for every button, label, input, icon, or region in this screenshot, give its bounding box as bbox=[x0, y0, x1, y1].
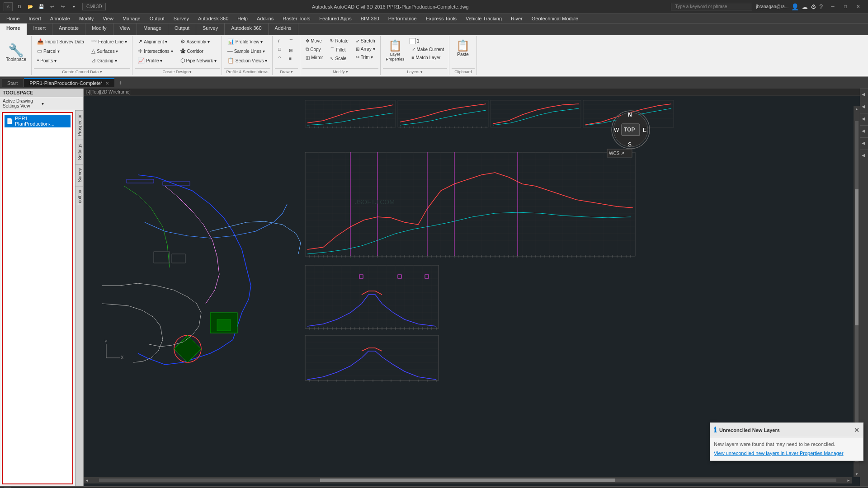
tab-output[interactable]: Output bbox=[168, 23, 196, 35]
menu-view[interactable]: View bbox=[98, 15, 118, 22]
help-icon[interactable]: ? bbox=[819, 3, 823, 10]
make-current-btn[interactable]: ✓Make Current bbox=[409, 46, 448, 53]
scroll-up-arrow[interactable]: ▲ bbox=[854, 106, 860, 112]
maximize-btn[interactable]: □ bbox=[839, 2, 852, 12]
scale-mod-btn[interactable]: ⤡Scale bbox=[327, 55, 351, 62]
tab-start[interactable]: Start bbox=[2, 79, 23, 87]
trim-btn[interactable]: ✂Trim ▾ bbox=[353, 53, 378, 61]
parcel-btn[interactable]: ▭ Parcel ▾ bbox=[34, 47, 87, 56]
pipe-network-btn[interactable]: ⬡ Pipe Network ▾ bbox=[177, 56, 220, 65]
tab-modify[interactable]: Modify bbox=[85, 23, 113, 35]
points-btn[interactable]: • Points ▾ bbox=[34, 56, 87, 65]
menu-geo[interactable]: Geotechnical Module bbox=[527, 15, 583, 22]
notif-link[interactable]: View unreconciled new layers in Layer Pr… bbox=[714, 450, 859, 457]
toolspace-btn[interactable]: 🔧 Toolspace bbox=[3, 37, 29, 69]
side-tab-survey[interactable]: Survey bbox=[75, 164, 83, 186]
tab-insert[interactable]: Insert bbox=[27, 23, 53, 35]
notif-close-btn[interactable]: ✕ bbox=[854, 427, 859, 434]
tab-close-icon[interactable]: ✕ bbox=[105, 81, 109, 86]
sample-lines-btn[interactable]: — Sample Lines ▾ bbox=[224, 47, 270, 56]
profile-btn[interactable]: 📈 Profile ▾ bbox=[135, 56, 176, 65]
menu-manage[interactable]: Manage bbox=[118, 15, 145, 22]
menu-bim360[interactable]: BIM 360 bbox=[356, 15, 384, 22]
copy-btn[interactable]: ⧉Copy bbox=[302, 45, 326, 53]
tab-manage[interactable]: Manage bbox=[137, 23, 168, 35]
toolspace-dropdown[interactable]: Active Drawing Settings View ▾ bbox=[0, 97, 83, 110]
menu-addins[interactable]: Add-ins bbox=[252, 15, 278, 22]
scroll-left-arrow[interactable]: ◄ bbox=[84, 477, 90, 483]
section-views-btn[interactable]: 📋 Section Views ▾ bbox=[224, 56, 270, 65]
tab-home[interactable]: Home bbox=[0, 23, 27, 35]
vpanel-tab-6[interactable]: ▶ bbox=[860, 150, 868, 162]
menu-survey[interactable]: Survey bbox=[169, 15, 193, 22]
save-btn[interactable]: 💾 bbox=[36, 2, 46, 12]
line-btn[interactable]: / bbox=[275, 37, 284, 45]
menu-vehicle[interactable]: Vehicle Tracking bbox=[461, 15, 506, 22]
assembly-btn[interactable]: ⚙ Assembly ▾ bbox=[177, 37, 220, 46]
new-tab-btn[interactable]: + bbox=[115, 78, 125, 88]
mirror-btn[interactable]: ◫Mirror bbox=[302, 54, 326, 61]
menu-raster[interactable]: Raster Tools bbox=[278, 15, 315, 22]
move-btn[interactable]: ✥Move bbox=[302, 37, 326, 45]
redo-btn[interactable]: ↪ bbox=[58, 2, 68, 12]
tab-annotate[interactable]: Annotate bbox=[52, 23, 85, 35]
intersections-btn[interactable]: ✛ Intersections ▾ bbox=[135, 47, 176, 56]
tab-a360[interactable]: Autodesk 360 bbox=[225, 23, 268, 35]
grading-btn[interactable]: ⊿ Grading ▾ bbox=[88, 56, 130, 65]
vpanel-tab-3[interactable]: ▶ bbox=[860, 113, 868, 125]
vpanel-tab-5[interactable]: ▶ bbox=[860, 137, 868, 150]
feature-line-btn[interactable]: 〰 Feature Line ▾ bbox=[88, 37, 130, 46]
layer-properties-btn[interactable]: 📋 LayerProperties bbox=[383, 37, 408, 64]
scroll-right-arrow[interactable]: ► bbox=[845, 477, 852, 483]
settings-icon[interactable]: ⚙ bbox=[811, 3, 816, 10]
circle-btn[interactable]: ○ bbox=[275, 53, 284, 61]
new-btn[interactable]: 🗋 bbox=[14, 2, 24, 12]
vscroll-thumb[interactable] bbox=[855, 189, 859, 326]
import-survey-btn[interactable]: 📥 Import Survey Data bbox=[34, 37, 87, 46]
rotate-btn[interactable]: ↻Rotate bbox=[327, 37, 351, 45]
profile-view-btn[interactable]: 📊 Profile View ▾ bbox=[224, 37, 270, 46]
tree-item-active-doc[interactable]: 📄 PPR1-PlanProduction-... bbox=[5, 115, 71, 127]
search-box[interactable]: Type a keyword or phrase bbox=[671, 3, 752, 10]
tab-survey[interactable]: Survey bbox=[196, 23, 225, 35]
minimize-btn[interactable]: ─ bbox=[826, 2, 839, 12]
side-tab-toolbox[interactable]: Toolbox bbox=[75, 186, 83, 209]
open-btn[interactable]: 📂 bbox=[25, 2, 35, 12]
tab-view[interactable]: View bbox=[113, 23, 137, 35]
horizontal-scrollbar[interactable]: ◄ ► bbox=[84, 477, 852, 483]
hscroll-thumb[interactable] bbox=[320, 479, 615, 482]
vpanel-tab-2[interactable]: ▶ bbox=[860, 101, 868, 113]
menu-home[interactable]: Home bbox=[2, 15, 24, 22]
arc-btn[interactable]: ⌒ bbox=[286, 37, 297, 46]
hatch-btn[interactable]: ⊟ bbox=[286, 47, 297, 54]
tab-addins[interactable]: Add-ins bbox=[269, 23, 298, 35]
corridor-btn[interactable]: 🛣 Corridor bbox=[177, 47, 220, 56]
array-btn[interactable]: ⊞Array ▾ bbox=[353, 45, 378, 53]
surfaces-btn[interactable]: △ Surfaces ▾ bbox=[88, 47, 130, 56]
vscroll-track[interactable] bbox=[855, 121, 859, 462]
menu-annotate[interactable]: Annotate bbox=[46, 15, 75, 22]
side-tab-settings[interactable]: Settings bbox=[75, 140, 83, 164]
qa-dropdown[interactable]: ▾ bbox=[69, 2, 79, 12]
undo-btn[interactable]: ↩ bbox=[47, 2, 57, 12]
alignment-btn[interactable]: ↗ Alignment ▾ bbox=[135, 37, 176, 46]
menu-featured[interactable]: Featured Apps bbox=[315, 15, 356, 22]
menu-autodesk360[interactable]: Autodesk 360 bbox=[193, 15, 233, 22]
scroll-down-arrow[interactable]: ▼ bbox=[854, 471, 860, 477]
menu-output[interactable]: Output bbox=[145, 15, 169, 22]
hscroll-track[interactable] bbox=[99, 479, 836, 482]
vpanel-tab-4[interactable]: ▶ bbox=[860, 125, 868, 137]
menu-insert[interactable]: Insert bbox=[24, 15, 46, 22]
side-tab-prospector[interactable]: Prospector bbox=[75, 110, 83, 140]
menu-help[interactable]: Help bbox=[233, 15, 252, 22]
paste-btn[interactable]: 📋 Paste bbox=[452, 37, 474, 59]
vpanel-tab-1[interactable]: ▶ bbox=[860, 89, 868, 101]
tab-active-doc[interactable]: PPR1-PlanProduction-Complete* ✕ bbox=[24, 78, 114, 87]
stretch-btn[interactable]: ⤢Stretch bbox=[353, 37, 378, 45]
rect-btn[interactable]: □ bbox=[275, 45, 284, 53]
gradient-btn[interactable]: ≡ bbox=[286, 55, 297, 62]
close-btn[interactable]: ✕ bbox=[852, 2, 864, 12]
match-layer-btn[interactable]: ≡Match Layer bbox=[409, 54, 448, 61]
fillet-btn[interactable]: ⌒Fillet bbox=[327, 45, 351, 54]
menu-modify[interactable]: Modify bbox=[75, 15, 98, 22]
